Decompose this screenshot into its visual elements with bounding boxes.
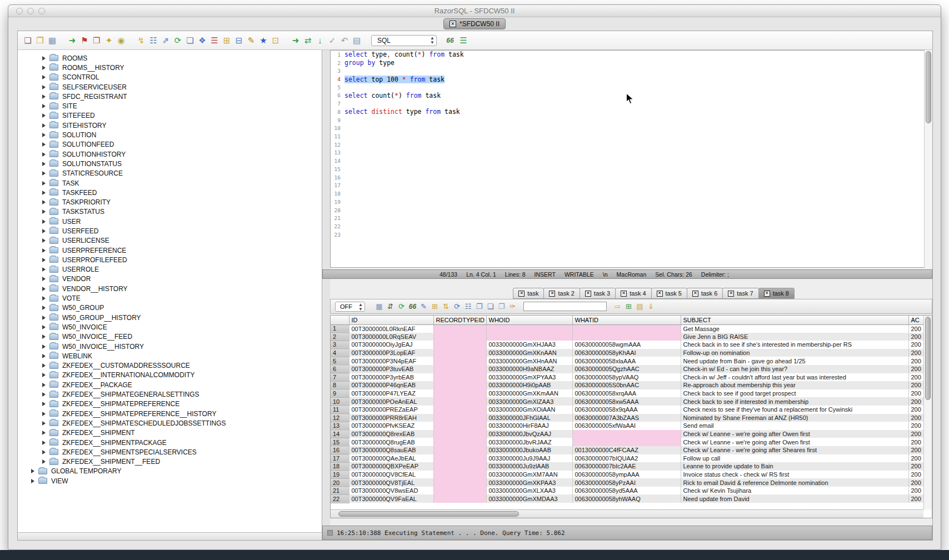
row-number-cell[interactable]: 21 <box>331 487 349 495</box>
close-connection-icon[interactable]: ✕ <box>449 21 456 27</box>
sql-mode-select[interactable]: SQL ▲▼ <box>371 35 437 46</box>
expand-triangle-icon[interactable] <box>42 75 46 79</box>
data-cell[interactable]: 00T3000000P46qnEAB <box>349 381 433 389</box>
sidebar-item-zkfedex__shipmatescheduledjobssettings[interactable]: ZKFEDEX__SHIPMATESCHEDULEDJOBSSETTINGS <box>18 418 322 428</box>
sidebar-item-w50_invoice__history[interactable]: W50_INVOICE__HISTORY <box>18 342 322 351</box>
result-tab-task[interactable]: ✕task <box>513 288 544 299</box>
null-cell[interactable] <box>572 324 681 333</box>
search-view-icon[interactable]: 66 <box>444 34 456 46</box>
close-tab-icon[interactable]: ✕ <box>549 291 555 297</box>
row-number-cell[interactable]: 22 <box>331 494 349 503</box>
expand-triangle-icon[interactable] <box>42 191 46 195</box>
editor-line[interactable]: 16 <box>331 173 932 182</box>
editor-line[interactable]: 14 <box>331 157 932 165</box>
data-cell[interactable]: Check back in to see if she's interested… <box>681 341 908 349</box>
data-cell[interactable]: 0033000000GmXM7AAN <box>486 471 572 479</box>
data-cell[interactable]: 00T3000000QBXPeEAP <box>349 462 433 471</box>
refresh-icon[interactable]: ⟳ <box>172 34 183 46</box>
view-66-icon[interactable]: 66 <box>408 301 417 312</box>
expand-triangle-icon[interactable] <box>42 209 46 214</box>
table-row[interactable]: 200T3000000L0RqSEAVGive Jenn a BIG RAISE… <box>331 333 927 341</box>
table-row[interactable]: 1600T3000000Q8sauEAB0033000000JbukoAAB00… <box>331 446 927 454</box>
sidebar-item-vendor[interactable]: VENDOR <box>18 274 322 284</box>
sort-filter-icon[interactable]: ⇵ <box>386 301 395 312</box>
row-number-cell[interactable]: 14 <box>331 430 349 438</box>
sidebar-item-site[interactable]: SITE <box>18 101 322 111</box>
null-cell[interactable] <box>433 381 486 389</box>
editor-line[interactable]: 13 <box>331 149 932 157</box>
describe-table-icon[interactable]: ☷ <box>148 34 159 46</box>
data-cell[interactable]: 00T3000000P3LopEAF <box>349 349 433 357</box>
sidebar-item-zkfedex__shipmentpackage[interactable]: ZKFEDEX__SHIPMENTPACKAGE <box>18 438 322 447</box>
table-row[interactable]: 2100T3000000QV8wsEAD0033000000GmXLXAA300… <box>331 487 927 495</box>
null-cell[interactable] <box>433 414 486 422</box>
data-cell[interactable]: Check-in w/ Jeff - couldn't afford last … <box>681 373 908 382</box>
editor-line[interactable]: 1select type, count(*) from task <box>331 51 932 59</box>
table-row[interactable]: 700T3000000P3yrbEAB0033000000GmXPYAA3006… <box>331 373 927 382</box>
run-all-icon[interactable]: ⇄ <box>302 34 313 46</box>
expand-triangle-icon[interactable] <box>42 441 46 445</box>
data-cell[interactable]: 006300000058yPzAAI <box>572 478 681 487</box>
row-number-cell[interactable]: 16 <box>331 446 349 454</box>
data-cell[interactable]: Follow up call <box>681 454 908 463</box>
expand-triangle-icon[interactable] <box>42 219 46 224</box>
editor-line[interactable]: 17 <box>331 182 932 190</box>
table-row[interactable]: 1900T3000000QV8CfEAL0033000000GmXM7AAN00… <box>331 471 927 479</box>
table-row[interactable]: 1500T3000000Q8rugEAB0033000000JbvRJAAZCh… <box>331 438 927 446</box>
go-icon[interactable]: ⇨ <box>613 301 622 312</box>
table-row[interactable]: 900T3000000P47LYEAZ0033000000GmXKmAAN006… <box>331 389 927 398</box>
table-vertical-scrollbar[interactable] <box>923 316 932 509</box>
data-cell[interactable]: 00T3000000P47LYEAZ <box>349 389 433 398</box>
editor-line[interactable]: 11 <box>331 132 932 141</box>
sidebar-item-taskpriority[interactable]: TASKPRIORITY <box>18 197 322 207</box>
expand-triangle-icon[interactable] <box>42 296 46 301</box>
sidebar-item-sitehistory[interactable]: SITEHISTORY <box>18 121 322 130</box>
expand-triangle-icon[interactable] <box>42 85 46 89</box>
expand-tree-icon[interactable]: ⊞ <box>430 301 439 312</box>
disconnect-database-icon[interactable]: ⚑ <box>79 34 90 46</box>
highlight-icon[interactable]: ✑ <box>508 301 517 312</box>
row-number-cell[interactable]: 11 <box>331 406 349 414</box>
sidebar-item-taskstatus[interactable]: TASKSTATUS <box>18 207 322 217</box>
expand-triangle-icon[interactable] <box>42 94 46 99</box>
data-cell[interactable]: Check w/ Leanne - we're going after Owen… <box>681 430 908 438</box>
result-tab-task-4[interactable]: ✕task 4 <box>615 288 651 299</box>
close-tab-icon[interactable]: ✕ <box>657 291 663 297</box>
data-cell[interactable]: 0033000000Ju9J9AAJ <box>486 454 572 463</box>
data-cell[interactable]: 006300000058ympAAA <box>572 471 681 479</box>
expand-triangle-icon[interactable] <box>42 238 46 243</box>
table-row[interactable]: 1400T3000000Q8rexEAB0033000000JbvQzAAJCh… <box>331 430 927 438</box>
data-cell[interactable]: Leanne to provide update to Bain <box>681 462 908 471</box>
null-cell[interactable] <box>572 333 681 341</box>
null-cell[interactable] <box>433 462 486 471</box>
data-cell[interactable]: Check w/ Kevin Tsujihara <box>681 487 908 495</box>
editor-line[interactable]: 23 <box>331 231 932 239</box>
sidebar-item-userpreference[interactable]: USERPREFERENCE <box>18 246 322 255</box>
copy-table-icon[interactable]: ❐ <box>497 301 506 312</box>
data-cell[interactable]: 0033000000GmXMDAA3 <box>486 494 572 503</box>
data-cell[interactable]: 0033000000GmXKmAAN <box>486 389 572 398</box>
editor-scroll-thumb[interactable] <box>926 51 931 123</box>
column-header-recordtypeid[interactable]: RECORDTYPEID <box>433 316 486 324</box>
table-row[interactable]: 100T3000000L0RknEAFGet Massage200 <box>331 324 927 333</box>
sidebar-item-zkfedex__internationalcommodity[interactable]: ZKFEDEX__INTERNATIONALCOMMODITY <box>18 371 322 380</box>
table-hscroll-thumb[interactable] <box>338 511 519 517</box>
expand-triangle-icon[interactable] <box>31 469 34 473</box>
table-row[interactable]: 2200T3000000QV9FaEAL0033000000GmXMDAA300… <box>331 494 927 503</box>
null-cell[interactable] <box>572 430 681 438</box>
expand-triangle-icon[interactable] <box>42 142 46 147</box>
zoom-window-button[interactable] <box>38 8 45 14</box>
result-tab-task-8[interactable]: ✕task 8 <box>758 288 795 299</box>
sidebar-item-sitefeed[interactable]: SITEFEED <box>18 111 322 121</box>
expand-triangle-icon[interactable] <box>42 277 46 281</box>
data-cell[interactable]: 00T3000000POeAnEAL <box>349 397 433 406</box>
editor-line[interactable]: 12 <box>331 141 932 149</box>
sidebar-item-zkfedex__shipmatepreference[interactable]: ZKFEDEX__SHIPMATEPREFERENCE <box>18 399 322 409</box>
data-cell[interactable]: 00630000007bIc2AAE <box>572 462 681 471</box>
null-cell[interactable] <box>433 454 486 463</box>
column-header-id[interactable]: ID <box>349 316 433 324</box>
editor-line[interactable]: 4select top 100 * from task <box>331 75 932 83</box>
row-number-cell[interactable]: 6 <box>331 365 349 373</box>
data-cell[interactable]: 0033000000JbukoAAB <box>486 446 572 454</box>
data-cell[interactable]: Get Massage <box>681 324 908 333</box>
